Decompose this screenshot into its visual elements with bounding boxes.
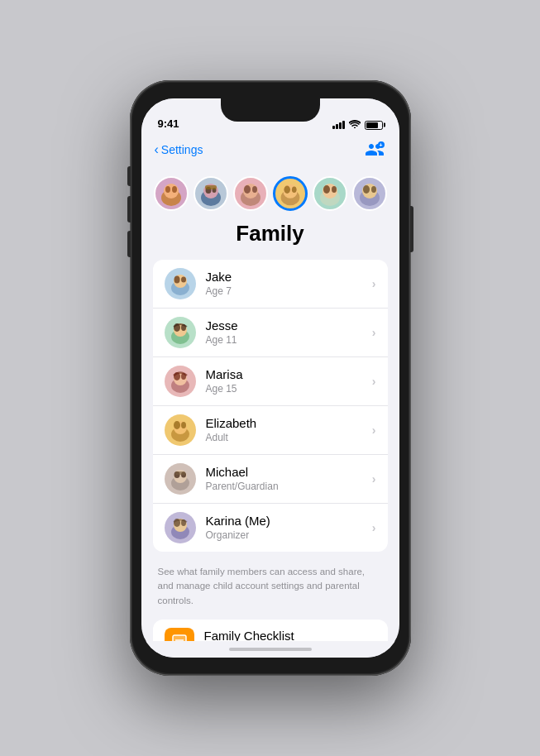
- svg-point-29: [174, 276, 179, 284]
- svg-rect-10: [205, 185, 217, 189]
- jesse-sub: Age 11: [206, 334, 372, 347]
- jesse-text: Jesse Age 11: [206, 318, 372, 347]
- marisa-name: Marisa: [206, 366, 372, 383]
- svg-point-25: [363, 185, 370, 194]
- notch: [221, 98, 320, 122]
- list-item-marisa[interactable]: Marisa Age 15 ›: [153, 357, 388, 406]
- avatar-1: [194, 176, 228, 211]
- svg-point-17: [284, 186, 290, 194]
- phone-frame: 9:41 ‹: [130, 80, 411, 676]
- avatar-elizabeth: [165, 414, 196, 446]
- karina-text: Karina (Me) Organizer: [206, 513, 372, 542]
- avatar-marisa: [165, 366, 196, 397]
- home-indicator: [141, 641, 399, 658]
- jake-name: Jake: [206, 269, 372, 285]
- svg-point-18: [291, 186, 296, 193]
- checklist-icon: [165, 628, 194, 641]
- elizabeth-text: Elizabeth Adult: [206, 415, 372, 444]
- mute-button: [127, 166, 131, 186]
- avatar-0: [154, 176, 189, 211]
- wifi-icon: [349, 120, 361, 130]
- chevron-icon: ›: [372, 375, 376, 388]
- svg-point-5: [172, 186, 177, 193]
- svg-point-22: [332, 186, 337, 193]
- list-item-michael[interactable]: Michael Parent/Guardian ›: [153, 455, 388, 504]
- nav-bar: ‹ Settings +: [141, 135, 399, 168]
- checklist-name: Family Checklist: [204, 628, 372, 641]
- family-checklist-card: Family Checklist All set ›: [153, 620, 388, 641]
- power-button: [410, 206, 413, 252]
- family-checklist-item[interactable]: Family Checklist All set ›: [153, 620, 388, 641]
- chevron-icon: ›: [372, 636, 376, 641]
- chevron-icon: ›: [372, 326, 376, 339]
- signal-icon: [332, 121, 345, 129]
- list-item-jake[interactable]: Jake Age 7 ›: [153, 260, 388, 309]
- back-label: Settings: [161, 143, 203, 156]
- chevron-icon: ›: [372, 472, 376, 486]
- elizabeth-sub: Adult: [206, 432, 372, 445]
- list-item-jesse[interactable]: Jesse Age 11 ›: [153, 309, 388, 357]
- svg-point-21: [323, 185, 330, 194]
- avatar-michael: [165, 463, 196, 495]
- svg-text:+: +: [379, 142, 382, 148]
- home-bar: [229, 648, 312, 651]
- phone-screen: 9:41 ‹: [141, 98, 399, 658]
- checklist-text: Family Checklist All set: [204, 628, 372, 641]
- page-title: Family: [141, 221, 399, 246]
- svg-point-13: [244, 185, 251, 194]
- svg-point-26: [371, 186, 376, 193]
- avatar-row: [141, 168, 399, 221]
- battery-icon: [365, 121, 383, 130]
- avatar-3: [273, 176, 308, 211]
- list-item-elizabeth[interactable]: Elizabeth Adult ›: [153, 406, 388, 455]
- jesse-name: Jesse: [206, 318, 372, 334]
- marisa-sub: Age 15: [206, 383, 372, 396]
- svg-point-30: [181, 277, 186, 283]
- karina-name: Karina (Me): [206, 513, 372, 529]
- volume-down-button: [127, 231, 131, 257]
- chevron-icon: ›: [372, 277, 376, 290]
- karina-sub: Organizer: [206, 529, 372, 543]
- status-time: 9:41: [158, 117, 179, 130]
- avatar-2: [233, 176, 268, 211]
- list-item-karina[interactable]: Karina (Me) Organizer ›: [153, 504, 388, 552]
- avatar-5: [352, 176, 387, 211]
- marisa-text: Marisa Age 15: [206, 366, 372, 395]
- jake-text: Jake Age 7: [206, 269, 372, 298]
- family-members-list: Jake Age 7 ›: [153, 260, 388, 552]
- svg-point-41: [174, 421, 180, 429]
- back-chevron-icon: ‹: [155, 142, 159, 157]
- chevron-icon: ›: [372, 521, 376, 534]
- svg-point-42: [181, 422, 186, 428]
- scroll-content[interactable]: Family Jake Age 7: [141, 168, 399, 641]
- michael-sub: Parent/Guardian: [206, 481, 372, 494]
- description-text: See what family members can access and s…: [141, 558, 399, 620]
- avatar-jake: [165, 268, 196, 299]
- jake-sub: Age 7: [206, 285, 372, 299]
- svg-point-4: [165, 186, 170, 193]
- michael-text: Michael Parent/Guardian: [206, 464, 372, 493]
- avatar-4: [313, 176, 347, 211]
- svg-rect-47: [175, 471, 185, 475]
- avatar-karina: [165, 512, 196, 543]
- add-family-button[interactable]: +: [363, 138, 386, 161]
- avatar-jesse: [165, 317, 196, 348]
- status-icons: [332, 120, 383, 130]
- elizabeth-name: Elizabeth: [206, 415, 372, 432]
- volume-up-button: [127, 196, 131, 222]
- svg-point-14: [252, 186, 257, 193]
- chevron-icon: ›: [372, 423, 376, 437]
- back-button[interactable]: ‹ Settings: [155, 143, 203, 157]
- michael-name: Michael: [206, 464, 372, 481]
